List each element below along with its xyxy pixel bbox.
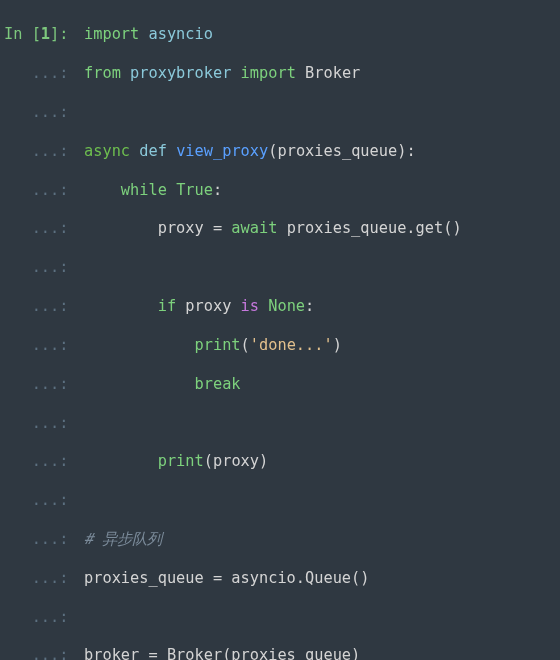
code-content: while True: [84,181,222,200]
prompt-cont: ...: [4,181,84,200]
prompt-cont: ...: [4,530,84,549]
prompt-cont: ...: [4,258,84,277]
code-content: break [84,375,241,394]
code-line: ...: proxy = await proxies_queue.get() [4,219,556,238]
prompt-cont: ...: [4,142,84,161]
prompt-cont: ...: [4,64,84,83]
code-content: if proxy is None: [84,297,314,316]
prompt-cont: ...: [4,608,84,627]
code-content: proxies_queue = asyncio.Queue() [84,569,370,588]
prompt-cont: ...: [4,297,84,316]
prompt-cont: ...: [4,414,84,433]
code-line: ...: print(proxy) [4,452,556,471]
code-line: ...: # 异步队列 [4,530,556,549]
prompt-cont: ...: [4,375,84,394]
code-line: ...: if proxy is None: [4,297,556,316]
code-line: ...: print('done...') [4,336,556,355]
code-line: ...: [4,103,556,122]
prompt-cont: ...: [4,569,84,588]
code-line: ...: proxies_queue = asyncio.Queue() [4,569,556,588]
code-line: ...: async def view_proxy(proxies_queue)… [4,142,556,161]
code-content: print(proxy) [84,452,268,471]
prompt-cont: ...: [4,336,84,355]
code-line: ...: broker = Broker(proxies_queue) [4,646,556,660]
code-content: import asyncio [84,25,213,44]
code-line: ...: [4,258,556,277]
code-content: print('done...') [84,336,342,355]
code-content: broker = Broker(proxies_queue) [84,646,360,660]
code-block: In [1]: import asyncio ...: from proxybr… [0,0,560,660]
code-content: proxy = await proxies_queue.get() [84,219,462,238]
code-line: ...: while True: [4,181,556,200]
prompt-cont: ...: [4,646,84,660]
prompt-cont: ...: [4,103,84,122]
prompt-cont: ...: [4,491,84,510]
prompt-in: In [1]: [4,25,84,44]
code-line: In [1]: import asyncio [4,25,556,44]
prompt-cont: ...: [4,219,84,238]
code-line: ...: from proxybroker import Broker [4,64,556,83]
code-line: ...: break [4,375,556,394]
prompt-cont: ...: [4,452,84,471]
code-line: ...: [4,491,556,510]
code-line: ...: [4,608,556,627]
code-content: async def view_proxy(proxies_queue): [84,142,416,161]
code-line: ...: [4,414,556,433]
code-content: from proxybroker import Broker [84,64,360,83]
code-content: # 异步队列 [84,530,162,549]
